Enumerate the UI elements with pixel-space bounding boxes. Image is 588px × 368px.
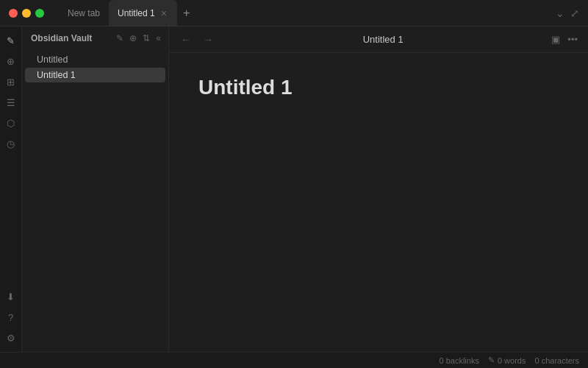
words-value: 0 words xyxy=(498,356,526,365)
title-bar: New tab Untitled 1 × + ⌄ ⤢ xyxy=(0,0,588,26)
file-label: Untitled xyxy=(37,54,68,65)
collapse-icon[interactable]: « xyxy=(154,32,162,45)
ribbon-bottom: ⬇ ? ⚙ xyxy=(3,289,19,346)
tab-new[interactable]: New tab xyxy=(59,0,109,26)
maximize-button[interactable] xyxy=(35,9,44,18)
window-expand-icon[interactable]: ⤢ xyxy=(570,7,579,19)
help-icon[interactable]: ? xyxy=(3,309,19,325)
sidebar: Obsidian Vault ✎ ⊕ ⇅ « Untitled Untitled… xyxy=(22,26,169,352)
editor[interactable]: Untitled 1 xyxy=(169,53,588,352)
vault-name: Obsidian Vault xyxy=(28,33,92,43)
file-tree: Untitled Untitled 1 xyxy=(22,50,168,352)
tab-untitled1-label: Untitled 1 xyxy=(118,8,155,18)
title-bar-right: ⌄ ⤢ xyxy=(556,7,588,19)
status-bar: 0 backlinks ✎ 0 words 0 characters xyxy=(0,352,588,368)
tab-bar: New tab Untitled 1 × + xyxy=(59,0,556,26)
document-icon[interactable]: ⬡ xyxy=(3,115,19,131)
edit-icon[interactable]: ✎ xyxy=(3,32,19,49)
document-title: Untitled 1 xyxy=(198,75,559,100)
tab-close-icon[interactable]: × xyxy=(159,7,168,20)
sidebar-actions: ✎ ⊕ ⇅ « xyxy=(115,32,162,45)
sidebar-header: Obsidian Vault ✎ ⊕ ⇅ « xyxy=(22,26,168,50)
download-icon[interactable]: ⬇ xyxy=(3,289,19,305)
main-layout: ✎ ⊕ ⊞ ☰ ⬡ ◷ ⬇ ? ⚙ Obsidian Vault ✎ ⊕ ⇅ «… xyxy=(0,26,588,352)
calendar-icon[interactable]: ☰ xyxy=(3,94,19,110)
new-folder-icon[interactable]: ⊕ xyxy=(128,32,138,45)
characters-value: 0 characters xyxy=(534,356,579,365)
reading-view-icon[interactable]: ▣ xyxy=(550,32,562,46)
settings-icon[interactable]: ⚙ xyxy=(3,330,19,346)
sort-icon[interactable]: ⇅ xyxy=(141,32,151,45)
close-button[interactable] xyxy=(9,9,18,18)
pencil-icon: ✎ xyxy=(488,355,495,365)
content-title: Untitled 1 xyxy=(363,34,404,45)
forward-button[interactable]: → xyxy=(200,32,216,47)
content-header-right: ▣ ••• xyxy=(550,32,579,46)
file-item-untitled1[interactable]: Untitled 1 xyxy=(25,68,165,82)
content-nav: ← → xyxy=(178,32,216,47)
backlinks-value: 0 backlinks xyxy=(440,356,479,365)
ribbon: ✎ ⊕ ⊞ ☰ ⬡ ◷ ⬇ ? ⚙ xyxy=(0,26,22,352)
clock-icon[interactable]: ◷ xyxy=(3,135,19,152)
target-icon[interactable]: ⊕ xyxy=(3,53,19,69)
new-tab-button[interactable]: + xyxy=(177,4,196,23)
window-controls xyxy=(0,9,59,18)
tab-new-label: New tab xyxy=(68,8,100,18)
more-options-icon[interactable]: ••• xyxy=(566,32,579,46)
backlinks-status: 0 backlinks xyxy=(440,356,479,365)
content-area: ← → Untitled 1 ▣ ••• Untitled 1 xyxy=(169,26,588,352)
tab-untitled1[interactable]: Untitled 1 × xyxy=(109,0,177,26)
new-note-icon[interactable]: ✎ xyxy=(115,32,125,45)
content-header: ← → Untitled 1 ▣ ••• xyxy=(169,26,588,53)
back-button[interactable]: ← xyxy=(178,32,194,47)
file-item-untitled[interactable]: Untitled xyxy=(25,52,165,67)
file-label: Untitled 1 xyxy=(37,70,76,80)
chevron-icon[interactable]: ⌄ xyxy=(556,7,564,19)
characters-status: 0 characters xyxy=(534,356,579,365)
words-status: ✎ 0 words xyxy=(488,355,526,365)
grid-icon[interactable]: ⊞ xyxy=(3,74,19,90)
minimize-button[interactable] xyxy=(22,9,31,18)
